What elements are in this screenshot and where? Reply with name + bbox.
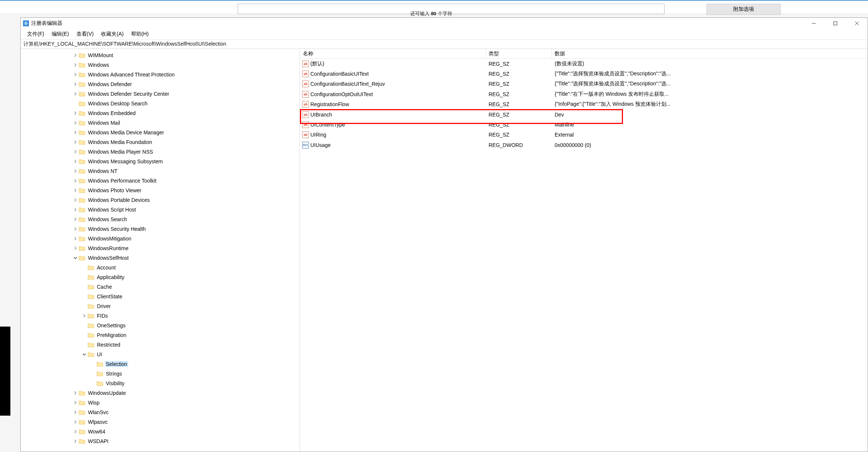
tree-item-label: Wow64 xyxy=(87,429,106,435)
tree-item[interactable]: Windows Media Device Manager xyxy=(21,128,300,137)
expand-icon[interactable] xyxy=(73,149,78,154)
no-expand-icon xyxy=(91,371,96,376)
list-pane[interactable]: 名称 类型 数据 ab(默认)REG_SZ(数值未设置)abConfigurat… xyxy=(300,49,868,452)
tree-item[interactable]: Driver xyxy=(21,301,300,311)
tree-item-label: ClientState xyxy=(96,294,123,299)
tree-item[interactable]: Windows Search xyxy=(21,214,300,224)
close-button[interactable] xyxy=(846,18,868,29)
minimize-button[interactable] xyxy=(803,18,825,29)
expand-icon[interactable] xyxy=(73,130,78,135)
expand-icon[interactable] xyxy=(73,91,78,96)
tree-item[interactable]: Windows Advanced Threat Protection xyxy=(21,70,300,79)
tree-item-label: Windows Advanced Threat Protection xyxy=(87,72,175,78)
tree-item[interactable]: PreMigration xyxy=(21,330,300,340)
tree-item[interactable]: Strings xyxy=(21,369,300,379)
expand-icon[interactable] xyxy=(73,390,78,396)
tree-item[interactable]: Windows Script Host xyxy=(21,205,300,214)
tree-item[interactable]: Account xyxy=(21,263,300,272)
list-row[interactable]: abRegistrationFlowREG_SZ{"InfoPage":{"Ti… xyxy=(300,99,868,109)
list-row[interactable]: abConfigurationBasicUIText_RejuvREG_SZ{"… xyxy=(300,79,868,89)
tree-item[interactable]: Selection xyxy=(21,359,300,369)
expand-icon[interactable] xyxy=(73,197,78,203)
expand-icon[interactable] xyxy=(73,159,78,164)
tree-item[interactable]: Windows Embedded xyxy=(21,108,300,118)
expand-icon[interactable] xyxy=(73,53,78,58)
list-row[interactable]: 011UIUsageREG_DWORD0x00000000 (0) xyxy=(300,140,868,150)
column-header-name[interactable]: 名称 xyxy=(300,49,486,58)
tree-item[interactable]: UI xyxy=(21,350,300,359)
tree-item[interactable]: Windows Mail xyxy=(21,118,300,128)
background-attach-options-button[interactable]: 附加选项 xyxy=(707,4,781,15)
tree-item[interactable]: Windows xyxy=(21,60,300,70)
list-row[interactable]: abConfigurationBasicUITextREG_SZ{"Title"… xyxy=(300,69,868,79)
tree-item[interactable]: Windows Photo Viewer xyxy=(21,186,300,195)
expand-icon[interactable] xyxy=(73,400,78,405)
tree-item[interactable]: WindowsSelfHost xyxy=(21,253,300,263)
expand-icon[interactable] xyxy=(73,246,78,251)
tree-item[interactable]: Applicability xyxy=(21,272,300,282)
tree-item[interactable]: FIDs xyxy=(21,311,300,321)
address-bar[interactable]: 计算机\HKEY_LOCAL_MACHINE\SOFTWARE\Microsof… xyxy=(21,39,868,49)
collapse-icon[interactable] xyxy=(82,352,87,357)
tree-item[interactable]: Windows Defender xyxy=(21,79,300,89)
menu-favorites[interactable]: 收藏夹(A) xyxy=(97,29,127,39)
tree-item[interactable]: Cache xyxy=(21,282,300,292)
expand-icon[interactable] xyxy=(73,226,78,232)
list-row[interactable]: abConfigurationOptOutUITextREG_SZ{"Title… xyxy=(300,89,868,99)
tree-item[interactable]: WIMMount xyxy=(21,50,300,60)
column-header-type[interactable]: 类型 xyxy=(486,49,552,58)
expand-icon[interactable] xyxy=(73,236,78,241)
collapse-icon[interactable] xyxy=(73,255,78,261)
tree-item[interactable]: ClientState xyxy=(21,292,300,301)
folder-icon xyxy=(88,265,94,270)
list-row[interactable]: ab(默认)REG_SZ(数值未设置) xyxy=(300,59,868,69)
tree-item[interactable]: WlanSvc xyxy=(21,407,300,417)
menu-help[interactable]: 帮助(H) xyxy=(127,29,152,39)
menu-edit[interactable]: 编辑(E) xyxy=(48,29,73,39)
expand-icon[interactable] xyxy=(73,429,78,434)
tree-item[interactable]: WindowsRuntime xyxy=(21,243,300,253)
expand-icon[interactable] xyxy=(73,120,78,125)
expand-icon[interactable] xyxy=(73,140,78,145)
tree-item[interactable]: WSDAPI xyxy=(21,436,300,446)
tree-item[interactable]: Windows Portable Devices xyxy=(21,195,300,205)
tree-item[interactable]: Windows Messaging Subsystem xyxy=(21,157,300,166)
tree-item[interactable]: Windows Defender Security Center xyxy=(21,89,300,99)
tree-item[interactable]: Windows Media Foundation xyxy=(21,137,300,147)
expand-icon[interactable] xyxy=(73,168,78,174)
tree-item[interactable]: Windows Media Player NSS xyxy=(21,147,300,157)
title-bar[interactable]: 注册表编辑器 xyxy=(21,18,868,29)
list-row[interactable]: abUIRingREG_SZExternal xyxy=(300,130,868,140)
tree-item[interactable]: Visibility xyxy=(21,379,300,388)
tree-item[interactable]: Windows Performance Toolkit xyxy=(21,176,300,186)
tree-item[interactable]: Windows Desktop Search xyxy=(21,99,300,108)
expand-icon[interactable] xyxy=(73,188,78,193)
menu-view[interactable]: 查看(V) xyxy=(73,29,98,39)
expand-icon[interactable] xyxy=(73,410,78,415)
expand-icon[interactable] xyxy=(73,207,78,212)
expand-icon[interactable] xyxy=(73,439,78,444)
tree-item[interactable]: Restricted xyxy=(21,340,300,350)
tree-item[interactable]: Wow64 xyxy=(21,427,300,436)
list-row[interactable]: abUIBranchREG_SZDev xyxy=(300,109,868,119)
maximize-button[interactable] xyxy=(825,18,846,29)
tree-item[interactable]: Wlpasvc xyxy=(21,417,300,427)
expand-icon[interactable] xyxy=(73,111,78,116)
tree-item[interactable]: OneSettings xyxy=(21,321,300,330)
tree-item[interactable]: Wisp xyxy=(21,398,300,407)
column-header-data[interactable]: 数据 xyxy=(552,49,868,58)
tree-item[interactable]: WindowsUpdate xyxy=(21,388,300,398)
list-row[interactable]: abUIContentTypeREG_SZMainline xyxy=(300,119,868,130)
expand-icon[interactable] xyxy=(73,82,78,87)
tree-item[interactable]: Windows Security Health xyxy=(21,224,300,234)
expand-icon[interactable] xyxy=(73,178,78,183)
expand-icon[interactable] xyxy=(82,313,87,318)
expand-icon[interactable] xyxy=(73,62,78,68)
expand-icon[interactable] xyxy=(73,217,78,222)
tree-item[interactable]: Windows NT xyxy=(21,166,300,176)
expand-icon[interactable] xyxy=(73,72,78,77)
tree-item[interactable]: WindowsMitigation xyxy=(21,234,300,243)
expand-icon[interactable] xyxy=(73,419,78,425)
tree-pane[interactable]: WIMMountWindowsWindows Advanced Threat P… xyxy=(21,49,300,452)
menu-file[interactable]: 文件(F) xyxy=(23,29,48,39)
